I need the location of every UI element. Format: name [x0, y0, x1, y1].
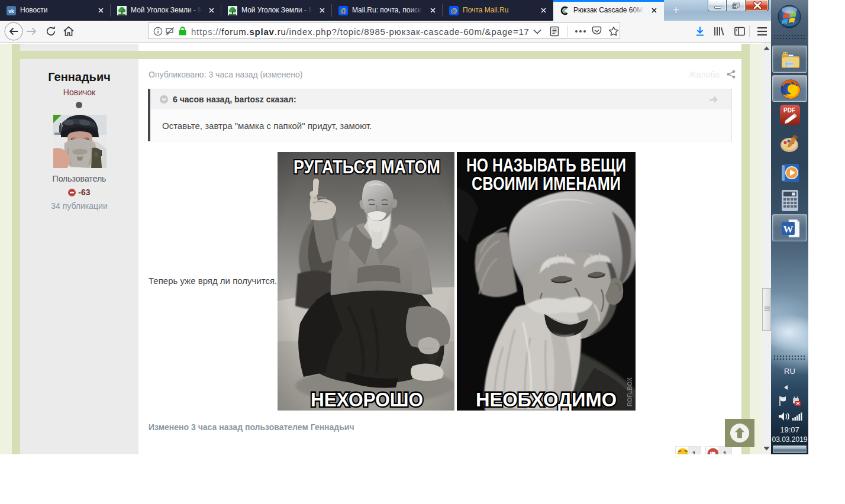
svg-text:PDF: PDF [783, 107, 795, 114]
svg-text:НЕХОРОШО: НЕХОРОШО [311, 389, 423, 411]
svg-text:vk: vk [8, 8, 14, 14]
svg-text:СВОИМИ ИМЕНАМИ: СВОИМИ ИМЕНАМИ [472, 173, 621, 193]
svg-text:НЕОБХОДИМО: НЕОБХОДИМО [476, 389, 617, 411]
svg-text:ROFLBOX: ROFLBOX [627, 377, 633, 406]
svg-text:@: @ [340, 7, 347, 14]
svg-text:РУГАТЬСЯ МАТОМ: РУГАТЬСЯ МАТОМ [294, 156, 440, 177]
svg-text:НО НАЗЫВАТЬ ВЕЩИ: НО НАЗЫВАТЬ ВЕЩИ [466, 155, 626, 175]
svg-text:@: @ [451, 7, 457, 14]
svg-text:W: W [783, 224, 794, 235]
